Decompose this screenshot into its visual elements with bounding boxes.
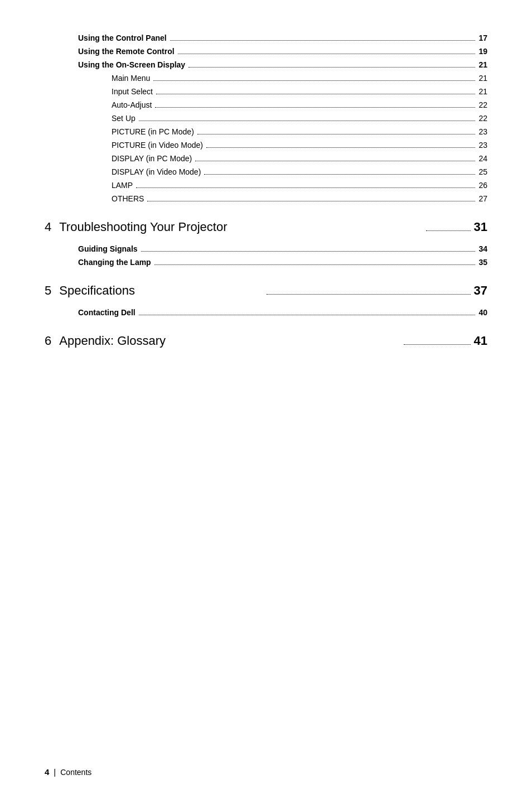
chapter5-number: 5 [45, 283, 51, 298]
toc-page-others: 27 [478, 194, 487, 203]
toc-dots-control-panel [170, 40, 476, 41]
toc-page-input-select: 21 [478, 87, 487, 96]
toc-dots-auto-adjust [155, 107, 475, 108]
chapter5-block: 5 Specifications 37 Contacting Dell 40 [45, 283, 487, 317]
chapter6-number: 6 [45, 334, 51, 348]
toc-row-guiding-signals: Guiding Signals 34 [45, 244, 487, 253]
chapter5-page: 37 [474, 283, 487, 298]
toc-row-auto-adjust: Auto-Adjust 22 [45, 100, 487, 109]
toc-page-display-video: 25 [478, 167, 487, 176]
toc-dots-remote-control [178, 54, 476, 54]
toc-page-remote-control: 19 [478, 47, 487, 56]
toc-page-picture-pc: 23 [478, 127, 487, 136]
toc-dots-lamp [136, 187, 475, 188]
toc-label-remote-control: Using the Remote Control [78, 47, 175, 56]
chapter4-block: 4 Troubleshooting Your Projector 31 Guid… [45, 220, 487, 267]
toc-label-display-video: DISPLAY (in Video Mode) [112, 167, 201, 176]
toc-row-main-menu: Main Menu 21 [45, 74, 487, 83]
toc-label-main-menu: Main Menu [112, 74, 150, 83]
toc-page-lamp: 26 [478, 181, 487, 190]
toc-row-lamp: LAMP 26 [45, 181, 487, 190]
toc-dots-picture-pc [197, 134, 476, 134]
toc-label-others: OTHERS [112, 194, 144, 203]
chapter5-row: 5 Specifications 37 [45, 283, 487, 298]
toc-label-input-select: Input Select [112, 87, 153, 96]
toc-row-setup: Set Up 22 [45, 114, 487, 123]
toc-row-input-select: Input Select 21 [45, 87, 487, 96]
toc-label-contacting-dell: Contacting Dell [78, 308, 136, 317]
footer: 4 | Contents [45, 767, 91, 777]
toc-label-auto-adjust: Auto-Adjust [112, 100, 152, 109]
footer-label: Contents [60, 768, 91, 777]
chapter4-row: 4 Troubleshooting Your Projector 31 [45, 220, 487, 234]
toc-page-control-panel: 17 [478, 33, 487, 42]
toc-row-remote-control: Using the Remote Control 19 [45, 47, 487, 56]
toc-dots-changing-lamp [154, 264, 476, 265]
toc-dots-display-pc [195, 161, 475, 161]
toc-label-changing-lamp: Changing the Lamp [78, 258, 151, 267]
chapter6-title: Appendix: Glossary [59, 334, 400, 348]
toc-dots-main-menu [153, 80, 475, 81]
footer-page-number: 4 [45, 767, 49, 777]
toc-page-guiding-signals: 34 [478, 244, 487, 253]
page: Using the Control Panel 17 Using the Rem… [0, 0, 532, 799]
toc-dots-input-select [156, 94, 475, 94]
toc-page-auto-adjust: 22 [478, 100, 487, 109]
toc-label-picture-pc: PICTURE (in PC Mode) [112, 127, 194, 136]
chapter6-row: 6 Appendix: Glossary 41 [45, 334, 487, 348]
toc-dots-display-video [204, 174, 475, 175]
toc-label-control-panel: Using the Control Panel [78, 33, 167, 42]
toc-dots-guiding-signals [141, 251, 476, 252]
toc-row-display-pc: DISPLAY (in PC Mode) 24 [45, 154, 487, 163]
toc-label-display-pc: DISPLAY (in PC Mode) [112, 154, 192, 163]
toc-row-control-panel: Using the Control Panel 17 [45, 33, 487, 42]
toc-label-picture-video: PICTURE (in Video Mode) [112, 141, 203, 150]
toc-label-osd: Using the On-Screen Display [78, 60, 185, 69]
chapter6-dots [404, 344, 471, 345]
toc-dots-others [147, 201, 475, 201]
toc-row-picture-video: PICTURE (in Video Mode) 23 [45, 141, 487, 150]
toc-label-setup: Set Up [112, 114, 136, 123]
chapter6-block: 6 Appendix: Glossary 41 [45, 334, 487, 348]
toc-row-picture-pc: PICTURE (in PC Mode) 23 [45, 127, 487, 136]
toc-dots-setup [139, 121, 476, 121]
chapter5-dots [267, 294, 471, 295]
toc-dots-osd [188, 67, 475, 68]
toc-label-guiding-signals: Guiding Signals [78, 244, 138, 253]
toc-row-display-video: DISPLAY (in Video Mode) 25 [45, 167, 487, 176]
chapter4-title: Troubleshooting Your Projector [59, 220, 422, 234]
chapter5-title: Specifications [59, 283, 263, 298]
toc-dots-picture-video [206, 147, 476, 148]
toc-page-contacting-dell: 40 [478, 308, 487, 317]
toc-page-setup: 22 [478, 114, 487, 123]
chapter4-dots [426, 230, 471, 231]
chapter4-number: 4 [45, 220, 51, 234]
toc-page-picture-video: 23 [478, 141, 487, 150]
toc-page-changing-lamp: 35 [478, 258, 487, 267]
chapter3-section: Using the Control Panel 17 Using the Rem… [45, 33, 487, 203]
toc-row-others: OTHERS 27 [45, 194, 487, 203]
footer-separator: | [54, 767, 56, 777]
chapter4-page: 31 [474, 220, 487, 234]
toc-page-display-pc: 24 [478, 154, 487, 163]
toc-row-changing-lamp: Changing the Lamp 35 [45, 258, 487, 267]
toc-page-main-menu: 21 [478, 74, 487, 83]
toc-row-osd: Using the On-Screen Display 21 [45, 60, 487, 69]
toc-row-contacting-dell: Contacting Dell 40 [45, 308, 487, 317]
toc-label-lamp: LAMP [112, 181, 133, 190]
toc-page-osd: 21 [478, 60, 487, 69]
toc-dots-contacting-dell [139, 315, 476, 315]
chapter6-page: 41 [474, 334, 487, 348]
